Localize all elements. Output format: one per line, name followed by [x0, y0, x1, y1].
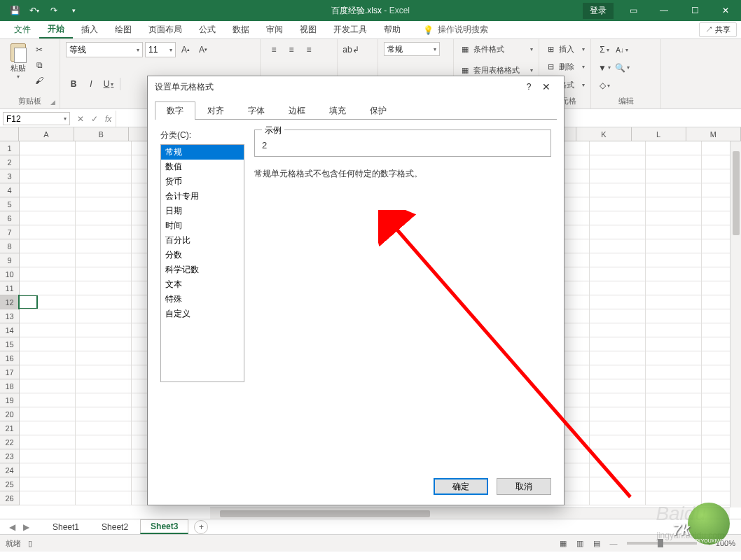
- dialog-tab-font[interactable]: 字体: [236, 102, 277, 120]
- dialog-help-icon[interactable]: ?: [522, 82, 536, 92]
- category-item[interactable]: 百分比: [161, 233, 244, 248]
- row-header[interactable]: 5: [0, 197, 20, 211]
- row-header[interactable]: 11: [0, 281, 20, 295]
- tab-review[interactable]: 审阅: [258, 21, 291, 38]
- category-item[interactable]: 货币: [161, 174, 244, 189]
- align-top-icon[interactable]: ≡: [266, 42, 282, 57]
- undo-icon[interactable]: ↶▾: [25, 1, 43, 20]
- delete-cells-button[interactable]: ⊟删除▾: [545, 60, 585, 74]
- dialog-close-icon[interactable]: ✕: [536, 76, 557, 97]
- font-name-select[interactable]: 等线▾: [66, 42, 143, 57]
- row-header[interactable]: 1: [0, 141, 20, 155]
- row-header[interactable]: 22: [0, 435, 20, 449]
- tab-view[interactable]: 视图: [291, 21, 325, 38]
- tab-file[interactable]: 文件: [6, 21, 39, 38]
- tell-me-search[interactable]: 💡 操作说明搜索: [423, 21, 488, 38]
- tab-data[interactable]: 数据: [224, 21, 258, 38]
- row-header[interactable]: 10: [0, 267, 20, 281]
- row-header[interactable]: 6: [0, 211, 20, 225]
- underline-button[interactable]: U: [101, 76, 116, 92]
- new-sheet-button[interactable]: +: [194, 520, 208, 534]
- clipboard-dialog-launcher[interactable]: ◢: [48, 99, 57, 107]
- category-item[interactable]: 常规: [161, 145, 244, 160]
- login-button[interactable]: 登录: [583, 3, 614, 19]
- align-middle-icon[interactable]: ≡: [284, 42, 299, 57]
- save-icon[interactable]: 💾: [6, 1, 24, 20]
- row-header[interactable]: 9: [0, 253, 20, 267]
- column-header[interactable]: K: [576, 127, 631, 141]
- copy-icon[interactable]: ⧉: [33, 59, 46, 71]
- view-page-break-icon[interactable]: ▤: [588, 537, 605, 550]
- name-box[interactable]: F12▾: [3, 112, 70, 125]
- ok-button[interactable]: 确定: [434, 478, 488, 495]
- row-header[interactable]: 7: [0, 225, 20, 239]
- paste-button[interactable]: 粘贴 ▾: [6, 42, 31, 80]
- row-header[interactable]: 25: [0, 477, 20, 491]
- italic-button[interactable]: I: [83, 76, 99, 92]
- tab-home[interactable]: 开始: [39, 21, 73, 38]
- sheet-nav-prev-icon[interactable]: ◀: [6, 521, 18, 533]
- view-page-layout-icon[interactable]: ▥: [572, 537, 588, 550]
- bold-button[interactable]: B: [66, 76, 81, 92]
- dialog-tab-border[interactable]: 边框: [277, 102, 317, 120]
- sheet-tab[interactable]: Sheet1: [42, 520, 90, 533]
- sheet-tab[interactable]: Sheet3: [140, 519, 188, 534]
- wrap-text-icon[interactable]: ab↲: [343, 42, 359, 57]
- dialog-tab-number[interactable]: 数字: [155, 102, 195, 120]
- row-header[interactable]: 23: [0, 449, 20, 463]
- view-normal-icon[interactable]: ▦: [555, 537, 572, 550]
- category-item[interactable]: 科学记数: [161, 262, 244, 277]
- dialog-tab-protection[interactable]: 保护: [358, 102, 399, 120]
- close-icon[interactable]: ✕: [710, 0, 741, 21]
- row-header[interactable]: 13: [0, 309, 20, 323]
- category-item[interactable]: 时间: [161, 218, 244, 233]
- share-button[interactable]: ↗ 共享: [699, 22, 737, 37]
- category-listbox[interactable]: 常规数值货币会计专用日期时间百分比分数科学记数文本特殊自定义: [160, 144, 244, 382]
- horizontal-scrollbar[interactable]: [210, 507, 730, 519]
- dialog-tab-alignment[interactable]: 对齐: [195, 102, 236, 120]
- conditional-format-button[interactable]: ▦条件格式▾: [459, 42, 533, 56]
- redo-icon[interactable]: ↷: [45, 1, 63, 20]
- format-painter-icon[interactable]: 🖌: [33, 74, 46, 87]
- row-header[interactable]: 3: [0, 169, 20, 183]
- row-header[interactable]: 20: [0, 407, 20, 421]
- maximize-icon[interactable]: ☐: [679, 0, 710, 21]
- increase-font-icon[interactable]: A▴: [178, 42, 193, 57]
- tab-draw[interactable]: 绘图: [106, 21, 140, 38]
- category-item[interactable]: 数值: [161, 160, 244, 174]
- cancel-formula-icon[interactable]: ✕: [77, 114, 84, 124]
- row-header[interactable]: 2: [0, 155, 20, 169]
- tab-developer[interactable]: 开发工具: [325, 21, 375, 38]
- category-item[interactable]: 自定义: [161, 307, 244, 321]
- column-header[interactable]: A: [19, 127, 74, 141]
- tab-insert[interactable]: 插入: [73, 21, 106, 38]
- row-header[interactable]: 19: [0, 393, 20, 407]
- autosum-icon[interactable]: Σ: [597, 42, 612, 57]
- category-item[interactable]: 会计专用: [161, 189, 244, 204]
- macro-recorder-icon[interactable]: ▯: [28, 539, 32, 548]
- select-all-corner[interactable]: [0, 127, 19, 141]
- zoom-slider[interactable]: [627, 542, 697, 545]
- row-header[interactable]: 14: [0, 323, 20, 337]
- tab-page-layout[interactable]: 页面布局: [140, 21, 191, 38]
- row-header[interactable]: 8: [0, 239, 20, 253]
- insert-function-icon[interactable]: fx: [105, 114, 111, 124]
- row-header[interactable]: 18: [0, 379, 20, 393]
- ribbon-display-icon[interactable]: ▭: [618, 0, 649, 21]
- cut-icon[interactable]: ✂: [33, 43, 46, 56]
- column-header[interactable]: M: [686, 127, 741, 141]
- vertical-scrollbar[interactable]: [730, 141, 741, 507]
- insert-cells-button[interactable]: ⊞插入▾: [545, 42, 585, 56]
- row-header[interactable]: 26: [0, 491, 20, 505]
- decrease-font-icon[interactable]: A▾: [195, 42, 211, 57]
- clear-icon[interactable]: ◇: [597, 78, 612, 93]
- row-header[interactable]: 17: [0, 365, 20, 379]
- category-item[interactable]: 日期: [161, 204, 244, 218]
- find-select-icon[interactable]: 🔍: [614, 60, 630, 76]
- category-item[interactable]: 分数: [161, 248, 244, 262]
- zoom-level[interactable]: 100%: [716, 539, 735, 547]
- row-header[interactable]: 16: [0, 351, 20, 365]
- align-bottom-icon[interactable]: ≡: [301, 42, 317, 57]
- row-header[interactable]: 24: [0, 463, 20, 477]
- fill-icon[interactable]: ▼: [597, 60, 612, 76]
